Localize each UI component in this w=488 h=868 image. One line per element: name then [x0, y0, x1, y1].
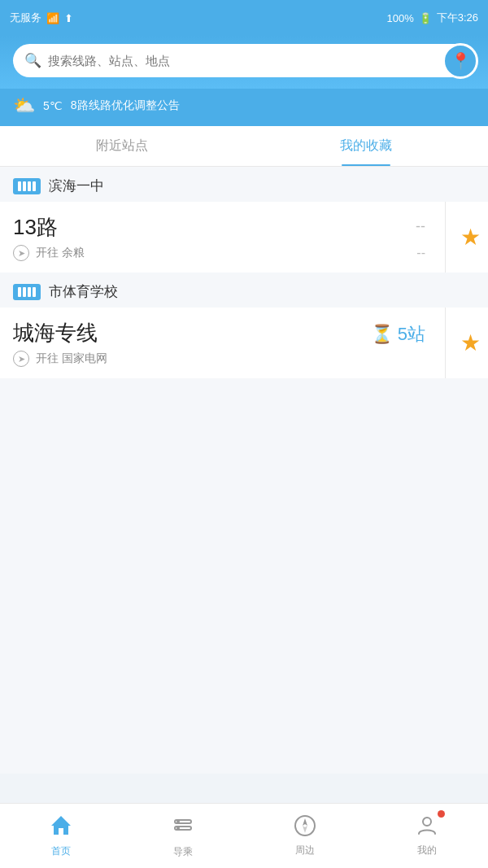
- direction-row-1: ➤ 开往 余粮 --: [0, 242, 438, 273]
- weather-notice: 8路线路优化调整公告: [71, 98, 180, 113]
- nav-item-home[interactable]: 首页: [0, 804, 122, 868]
- weather-icon: ⛅: [13, 95, 35, 116]
- svg-marker-0: [51, 816, 71, 835]
- status-wifi-icon: 📶: [46, 12, 59, 24]
- svg-marker-6: [303, 818, 307, 826]
- tab-nearby[interactable]: 附近站点: [0, 126, 244, 166]
- direction-arrow-2: ➤: [13, 351, 29, 367]
- star-button-2[interactable]: ★: [452, 308, 488, 378]
- stations-count: 5站: [398, 322, 425, 347]
- status-bar: 无服务 📶 ⬆ 100% 🔋 下午3:26: [0, 0, 488, 36]
- notification-badge: [438, 810, 445, 818]
- status-time: 下午3:26: [437, 11, 478, 25]
- star-icon-2: ★: [460, 329, 481, 356]
- station-header-1: 滨海一中: [0, 167, 488, 202]
- home-icon: [50, 814, 72, 841]
- direction-arrow-1: ➤: [13, 245, 29, 261]
- hourglass-icon: ⏳: [371, 324, 393, 345]
- direction-dash-1: --: [416, 246, 425, 260]
- station-icon-2: [13, 284, 41, 300]
- status-right: 100% 🔋 下午3:26: [386, 11, 478, 25]
- route-card-2: 城海专线 ⏳ 5站 ➤ 开往 国家电网 ★: [0, 308, 488, 378]
- station-icon-1: [13, 178, 41, 194]
- route-name-2[interactable]: 城海专线: [13, 319, 98, 347]
- route-card-1: 13路 -- ➤ 开往 余粮 -- ★: [0, 202, 488, 273]
- search-icon: 🔍: [24, 52, 41, 69]
- direction-label-2: 开往 国家电网: [36, 351, 107, 366]
- status-battery-icon: 🔋: [419, 12, 432, 24]
- nav-item-mine[interactable]: 我的: [366, 804, 488, 868]
- svg-marker-7: [303, 826, 307, 833]
- nav-label-nearby: 周边: [295, 844, 315, 857]
- route-name-1[interactable]: 13路: [13, 213, 58, 242]
- nav-item-nearby[interactable]: 周边: [244, 804, 366, 868]
- search-input[interactable]: [48, 54, 464, 68]
- route-info-2: 城海专线 ⏳ 5站 ➤ 开往 国家电网: [0, 308, 438, 378]
- weather-temperature: 5℃: [43, 99, 63, 112]
- station-name-2: 市体育学校: [49, 282, 118, 301]
- station-name-1: 滨海一中: [49, 177, 104, 195]
- route-info-1: 13路 -- ➤ 开往 余粮 --: [0, 202, 438, 273]
- compass-icon: [294, 814, 316, 840]
- svg-point-3: [176, 820, 180, 823]
- person-icon: [416, 814, 438, 840]
- status-battery: 100%: [386, 12, 413, 24]
- status-left: 无服务 📶 ⬆: [10, 11, 73, 25]
- nav-label-home: 首页: [51, 844, 71, 858]
- station-header-2: 市体育学校: [0, 273, 488, 308]
- divider-1: [445, 202, 446, 273]
- direction-row-2: ➤ 开往 国家电网: [0, 347, 438, 378]
- location-icon: 📍: [451, 51, 471, 71]
- status-signal: 无服务: [10, 11, 41, 25]
- guide-icon: [172, 813, 194, 842]
- tab-favorites[interactable]: 我的收藏: [244, 126, 488, 166]
- station-group-2: 市体育学校 城海专线 ⏳ 5站 ➤ 开往 国家电网: [0, 273, 488, 378]
- svg-point-8: [423, 818, 431, 826]
- star-button-1[interactable]: ★: [452, 202, 488, 273]
- nav-label-mine: 我的: [417, 844, 437, 857]
- route-status-waiting-2: ⏳ 5站: [371, 319, 425, 347]
- weather-banner[interactable]: ⛅ 5℃ 8路线路优化调整公告: [0, 89, 488, 126]
- route-status-1: --: [416, 213, 425, 235]
- route-row-1: 13路 --: [0, 202, 438, 242]
- nav-label-guide: 导乘: [173, 845, 193, 859]
- content-area: 滨海一中 13路 -- ➤ 开往 余粮 --: [0, 167, 488, 774]
- svg-point-4: [176, 827, 180, 830]
- station-group-1: 滨海一中 13路 -- ➤ 开往 余粮 --: [0, 167, 488, 273]
- bottom-nav: 首页 导乘 周边: [0, 803, 488, 868]
- direction-label-1: 开往 余粮: [36, 246, 85, 260]
- search-bar: 🔍 📍: [13, 44, 475, 77]
- route-row-2: 城海专线 ⏳ 5站: [0, 308, 438, 347]
- status-charge-icon: ⬆: [64, 12, 73, 24]
- tab-bar: 附近站点 我的收藏: [0, 126, 488, 167]
- star-icon-1: ★: [460, 224, 481, 251]
- nav-item-guide[interactable]: 导乘: [122, 804, 244, 868]
- divider-2: [445, 308, 446, 378]
- location-button[interactable]: 📍: [442, 43, 478, 79]
- header: 🔍 📍: [0, 36, 488, 89]
